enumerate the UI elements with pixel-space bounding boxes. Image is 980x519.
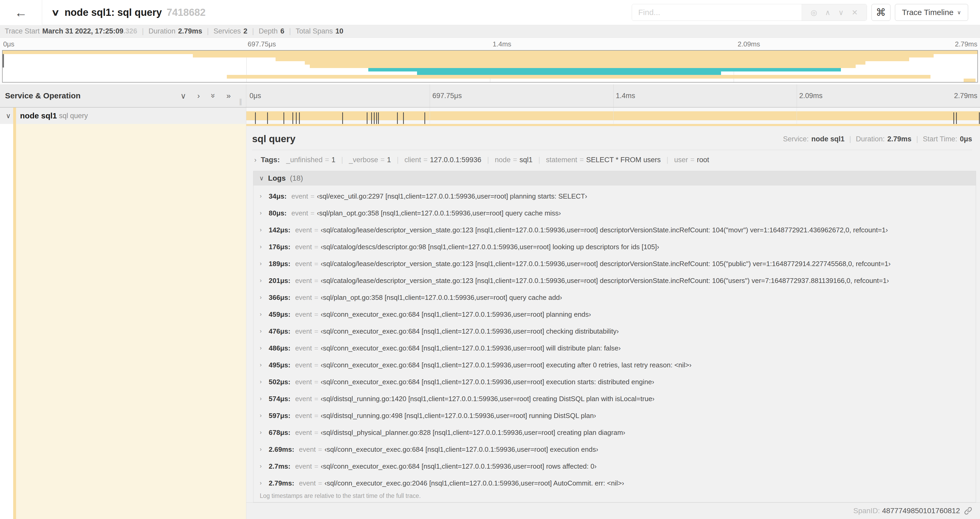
span-timeline-cell[interactable] [246, 108, 980, 124]
service-color-strip [13, 108, 16, 124]
log-row[interactable]: ›502μs:event=‹sql/conn_executor_exec.go:… [253, 374, 976, 390]
detail-operation-title: sql query [252, 133, 296, 145]
log-row[interactable]: ›176μs:event=‹sql/catalog/descs/descript… [253, 238, 976, 255]
next-result-icon[interactable]: ∨ [838, 8, 844, 17]
chevron-right-icon: › [260, 294, 269, 301]
expand-one-icon[interactable]: › [197, 91, 200, 101]
grid-line [613, 85, 614, 107]
grid-line [430, 85, 430, 107]
minimap-canvas[interactable] [2, 50, 978, 83]
log-message: ‹sql/exec_util.go:2297 [nsql1,client=127… [317, 192, 587, 200]
view-selector-button[interactable]: Trace Timeline ∨ [895, 4, 968, 21]
meta-separator: | [850, 135, 851, 143]
log-message: ‹sql/conn_executor_exec.go:684 [nsql1,cl… [321, 378, 654, 386]
collapse-all-icon[interactable]: » [208, 94, 218, 98]
spanid-value: 4877749850101760812 [882, 506, 960, 515]
log-row[interactable]: ›476μs:event=‹sql/conn_executor_exec.go:… [253, 323, 976, 340]
log-message: ‹sql/conn_executor_exec.go:684 [nsql1,cl… [321, 462, 597, 471]
ruler-tick-label: 697.75μs [248, 40, 276, 48]
log-equals: = [318, 446, 322, 454]
summary-separator: | [207, 27, 208, 35]
ruler-tick-label: 2.79ms [954, 92, 977, 100]
log-timestamp: 2.79ms: [269, 479, 294, 487]
summary-item: Trace StartMarch 31 2022, 17:25:09.326 [5, 27, 137, 35]
log-row[interactable]: ›366μs:event=‹sql/plan_opt.go:358 [nsql1… [253, 289, 976, 306]
log-message: ‹sql/plan_opt.go:358 [nsql1,client=127.0… [321, 294, 562, 302]
deep-link-icon[interactable] [964, 506, 973, 515]
log-timestamp: 189μs: [269, 260, 290, 268]
log-row[interactable]: ›2.69ms:event=‹sql/conn_executor_exec.go… [253, 441, 976, 458]
log-equals: = [314, 260, 318, 268]
log-row[interactable]: ›459μs:event=‹sql/conn_executor_exec.go:… [253, 306, 976, 323]
log-row[interactable]: ›678μs:event=‹sql/distsql_physical_plann… [253, 424, 976, 441]
summary-label: Services [214, 27, 241, 35]
summary-separator: | [289, 27, 291, 35]
tag-key: _unfinished [286, 156, 323, 164]
log-field-key: event [295, 361, 312, 369]
back-arrow-icon: ← [15, 5, 27, 20]
span-row[interactable]: ∨ node sql1 sql query [0, 108, 980, 124]
log-equals: = [314, 277, 318, 285]
top-bar: ← ∨ node sql1: sql query 7418682 ◎ ∧ ∨ ✕… [0, 0, 980, 25]
logs-header[interactable]: ∨ Logs (18) [253, 171, 976, 185]
column-resize-grip[interactable]: ∥ [239, 97, 242, 106]
clear-search-icon[interactable]: ✕ [852, 8, 858, 17]
log-row[interactable]: ›2.7ms:event=‹sql/conn_executor_exec.go:… [253, 458, 976, 475]
log-row[interactable]: ›597μs:event=‹sql/distsql_running.go:498… [253, 407, 976, 424]
log-equals: = [314, 226, 318, 234]
log-message: ‹sql/conn_executor_exec.go:684 [nsql1,cl… [321, 361, 692, 369]
span-name-cell[interactable]: ∨ node sql1 sql query [0, 108, 246, 124]
chevron-right-icon: › [260, 463, 269, 469]
meta-label: Start Time: [923, 135, 957, 143]
log-row[interactable]: ›495μs:event=‹sql/conn_executor_exec.go:… [253, 356, 976, 374]
locate-icon[interactable]: ◎ [811, 8, 817, 17]
log-timestamp: 597μs: [269, 412, 290, 420]
logs-title: Logs [268, 174, 286, 182]
log-row[interactable]: ›486μs:event=‹sql/conn_executor_exec.go:… [253, 340, 976, 356]
log-timestamp: 574μs: [269, 395, 290, 403]
minimap-span [417, 72, 721, 75]
tags-accordion[interactable]: › Tags: _unfinished=1|_verbose=1|client=… [254, 153, 972, 166]
log-row[interactable]: ›189μs:event=‹sql/catalog/lease/descript… [253, 255, 976, 272]
ruler-tick-label: 0μs [250, 92, 261, 100]
spanid-label: SpanID: [853, 506, 880, 515]
span-collapse-icon[interactable]: ∨ [6, 112, 11, 120]
log-timestamp: 176μs: [269, 243, 290, 251]
tag-separator: | [397, 156, 399, 164]
prev-result-icon[interactable]: ∧ [825, 8, 830, 17]
span-detail-section: sql query Service:node sql1|Duration:2.7… [0, 124, 980, 519]
log-timestamp: 678μs: [269, 428, 290, 437]
chevron-right-icon: › [260, 480, 269, 487]
log-equals: = [314, 294, 318, 302]
collapse-one-icon[interactable]: ∨ [180, 91, 186, 101]
log-row[interactable]: ›142μs:event=‹sql/catalog/lease/descript… [253, 222, 976, 238]
page-title: node sql1: sql query [65, 7, 162, 18]
keyboard-shortcuts-button[interactable]: ⌘ [872, 4, 891, 21]
log-row[interactable]: ›574μs:event=‹sql/distsql_running.go:142… [253, 390, 976, 407]
log-row[interactable]: ›2.79ms:event=‹sql/conn_executor_exec.go… [253, 475, 976, 490]
tag-key: node [495, 156, 511, 164]
log-field-key: event [295, 462, 312, 471]
summary-value: 2.79ms [178, 27, 202, 35]
log-equals: = [314, 412, 318, 420]
span-accent-bar [246, 124, 980, 126]
log-row[interactable]: ›34μs:event=‹sql/exec_util.go:2297 [nsql… [253, 188, 976, 204]
chevron-right-icon: › [260, 227, 269, 233]
back-button[interactable]: ← [0, 0, 42, 25]
meta-value: 0μs [960, 135, 972, 143]
summary-value: 10 [336, 27, 343, 35]
trace-collapse-icon[interactable]: ∨ [51, 7, 60, 18]
log-row[interactable]: ›80μs:event=‹sql/plan_opt.go:358 [nsql1,… [253, 204, 976, 222]
log-field-key: event [295, 277, 312, 285]
find-controls: ◎ ∧ ∨ ✕ [802, 4, 867, 21]
find-input[interactable] [632, 4, 802, 21]
log-message: ‹sql/conn_executor_exec.go:684 [nsql1,cl… [321, 310, 591, 319]
divider [252, 150, 972, 150]
log-row[interactable]: ›201μs:event=‹sql/catalog/lease/descript… [253, 272, 976, 289]
log-timestamp: 2.69ms: [269, 446, 294, 454]
expand-all-icon[interactable]: » [226, 91, 231, 101]
grid-line [613, 108, 614, 124]
log-equals: = [310, 192, 315, 200]
log-message: ‹sql/conn_executor_exec.go:684 [nsql1,cl… [325, 446, 598, 454]
log-field-key: event [295, 294, 312, 302]
